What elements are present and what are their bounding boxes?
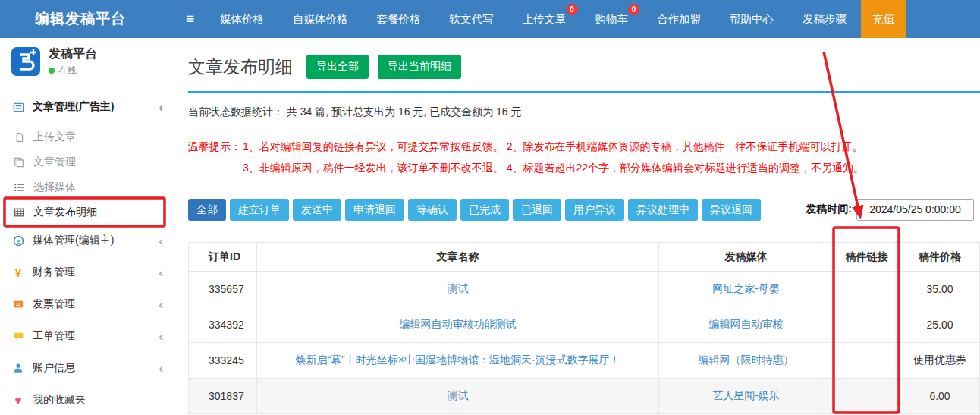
tips-line-2: 3、非编辑原因，稿件一经发出，该订单不删不改不退。 4、标题若超出22个字，部分…: [243, 157, 864, 178]
invoice-icon: [11, 299, 26, 310]
online-status-label: 在线: [58, 64, 77, 77]
nav-item-label: 发稿步骤: [803, 13, 847, 25]
sidebar-item-select-media[interactable]: 选择媒体: [0, 174, 174, 200]
manuscript-link-cell: [834, 307, 900, 343]
article-title-link[interactable]: 测试: [448, 389, 469, 401]
table-icon: [11, 207, 27, 218]
tab-completed[interactable]: 已完成: [460, 199, 509, 221]
tab-order-created[interactable]: 建立订单: [230, 199, 289, 221]
publish-time-filter: 发稿时间:: [806, 199, 974, 221]
sidebar-item-label: 文章管理: [33, 156, 76, 169]
sidebar-item-article-manage[interactable]: 文章管理: [0, 149, 174, 174]
price-cell: 25.00: [900, 307, 980, 343]
tab-dispute-processing[interactable]: 异议处理中: [628, 199, 698, 221]
tab-return-requested[interactable]: 申请退回: [345, 199, 404, 221]
sidebar-item-label: 账户信息: [33, 361, 75, 375]
article-title-link[interactable]: 测试: [448, 282, 469, 294]
sidebar-item-finance-mgmt[interactable]: ¥ 财务管理 ‹: [0, 256, 174, 288]
tips-label: 温馨提示：: [188, 136, 243, 178]
nav-item-copywriting[interactable]: 软文代写: [435, 0, 508, 38]
header-article-title: 文章名称: [257, 243, 659, 272]
sidebar-item-favorites[interactable]: ♥ 我的收藏夹: [0, 384, 174, 415]
media-link[interactable]: 编辑网（限时特惠）: [699, 354, 794, 366]
order-id-cell: 333245: [189, 343, 257, 379]
tab-dispute-returned[interactable]: 异议退回: [702, 199, 761, 221]
sidebar-item-media-mgmt[interactable]: e 媒体管理(编辑主) ‹: [0, 225, 174, 256]
article-list-icon: [11, 102, 26, 113]
sidebar-item-account-info[interactable]: 账户信息 ‹: [0, 352, 174, 384]
nav-item-self-media-price[interactable]: 自媒体价格: [278, 0, 363, 38]
sidebar-item-label: 我的收藏夹: [33, 393, 86, 407]
nav-item-label: 媒体价格: [220, 13, 264, 25]
tab-returned[interactable]: 已退回: [513, 199, 561, 221]
export-current-button[interactable]: 导出当前明细: [378, 55, 461, 79]
nav-item-label: 购物车: [595, 13, 629, 25]
nav-item-media-price[interactable]: 媒体价格: [206, 0, 278, 38]
nav-item-label: 帮助中心: [730, 13, 774, 25]
sidebar-item-article-mgmt[interactable]: 文章管理(广告主) ‹: [0, 90, 174, 124]
media-link[interactable]: 艺人星闻-娱乐: [712, 389, 780, 401]
sidebar-item-label: 文章管理(广告主): [33, 100, 114, 114]
tab-pending-confirm[interactable]: 等确认: [408, 199, 457, 221]
price-cell: 35.00: [900, 272, 980, 307]
file-icon: [11, 132, 27, 143]
nav-item-package-price[interactable]: 套餐价格: [363, 0, 435, 38]
nav-item-label: 合作加盟: [657, 13, 701, 25]
upload-article-badge: 0: [567, 4, 578, 15]
platform-logo: [11, 46, 41, 77]
sidebar-item-label: 财务管理: [33, 266, 75, 279]
yen-icon: ¥: [11, 266, 26, 279]
orders-table: 订单ID 文章名称 发稿媒体 稿件链接 稿件价格 335657 测试 网址之家-…: [188, 242, 980, 414]
nav-item-upload-article[interactable]: 上传文章 0: [508, 0, 581, 38]
nav-item-label: 自媒体价格: [293, 13, 348, 25]
export-all-button[interactable]: 导出全部: [306, 55, 369, 79]
sidebar-menu: 文章管理(广告主) ‹ 上传文章 文章管理: [0, 85, 174, 415]
price-cell: 使用优惠券: [900, 343, 980, 379]
app-window: 编辑发稿平台 ≡ 媒体价格 自媒体价格 套餐价格 软文代写 上传文章 0 购物车…: [0, 0, 980, 415]
media-link[interactable]: 编辑网自动审核: [709, 318, 784, 330]
article-title-link[interactable]: 编辑网自动审核功能测试: [400, 318, 517, 330]
sidebar-item-label: 选择媒体: [33, 181, 76, 194]
title-divider: [188, 91, 980, 93]
sidebar-item-upload-article[interactable]: 上传文章: [0, 124, 174, 149]
header-price: 稿件价格: [900, 243, 980, 272]
hamburger-menu-icon[interactable]: ≡: [174, 11, 206, 27]
sidebar: 发稿平台 在线 文章管理(广告主) ‹: [0, 38, 174, 415]
copy-icon: [11, 157, 27, 168]
online-dot-icon: [49, 68, 55, 74]
nav-item-label: 软文代写: [450, 13, 494, 25]
tab-all[interactable]: 全部: [188, 199, 226, 221]
manuscript-link-cell: [834, 272, 900, 307]
list-icon: [11, 182, 27, 193]
recharge-button[interactable]: 充值: [861, 0, 906, 38]
nav-item-publish-steps[interactable]: 发稿步骤: [788, 0, 861, 38]
brand-title: 编辑发稿平台: [0, 9, 174, 29]
sidebar-item-label: 媒体管理(编辑主): [33, 234, 114, 247]
svg-text:e: e: [17, 237, 20, 244]
sidebar-item-ticket-mgmt[interactable]: 工单管理 ‹: [0, 320, 174, 352]
online-status: 在线: [49, 64, 97, 77]
nav-item-partnership[interactable]: 合作加盟: [642, 0, 715, 38]
sidebar-header: 发稿平台 在线: [0, 38, 174, 85]
nav-item-label: 套餐价格: [377, 13, 421, 25]
table-row: 333245 焕新启“幕”丨时光坐标×中国湿地博物馆：湿地洞天·沉浸式数字展厅！…: [189, 343, 980, 379]
tab-sending[interactable]: 发送中: [293, 199, 341, 221]
header-media: 发稿媒体: [659, 243, 834, 272]
media-link[interactable]: 网址之家-母婴: [712, 282, 780, 294]
nav-item-cart[interactable]: 购物车 0: [581, 0, 643, 38]
cart-badge: 0: [628, 4, 639, 15]
nav-item-help-center[interactable]: 帮助中心: [715, 0, 788, 38]
platform-name: 发稿平台: [49, 46, 97, 62]
sidebar-item-label: 上传文章: [33, 130, 76, 144]
article-title-link[interactable]: 焕新启“幕”丨时光坐标×中国湿地博物馆：湿地洞天·沉浸式数字展厅！: [295, 354, 620, 366]
table-row: 335657 测试 网址之家-母婴 35.00: [189, 272, 980, 307]
tab-user-dispute[interactable]: 用户异议: [565, 199, 624, 221]
sidebar-item-invoice-mgmt[interactable]: 发票管理 ‹: [0, 288, 174, 320]
heart-icon: ♥: [11, 394, 26, 407]
price-cell: 6.00: [900, 379, 980, 414]
table-header-row: 订单ID 文章名称 发稿媒体 稿件链接 稿件价格: [189, 243, 980, 272]
sidebar-item-article-publish-detail[interactable]: 文章发布明细: [0, 200, 174, 225]
publish-time-input[interactable]: [856, 199, 974, 221]
top-navbar: 编辑发稿平台 ≡ 媒体价格 自媒体价格 套餐价格 软文代写 上传文章 0 购物车…: [0, 0, 980, 38]
page-title: 文章发布明细: [188, 55, 293, 79]
